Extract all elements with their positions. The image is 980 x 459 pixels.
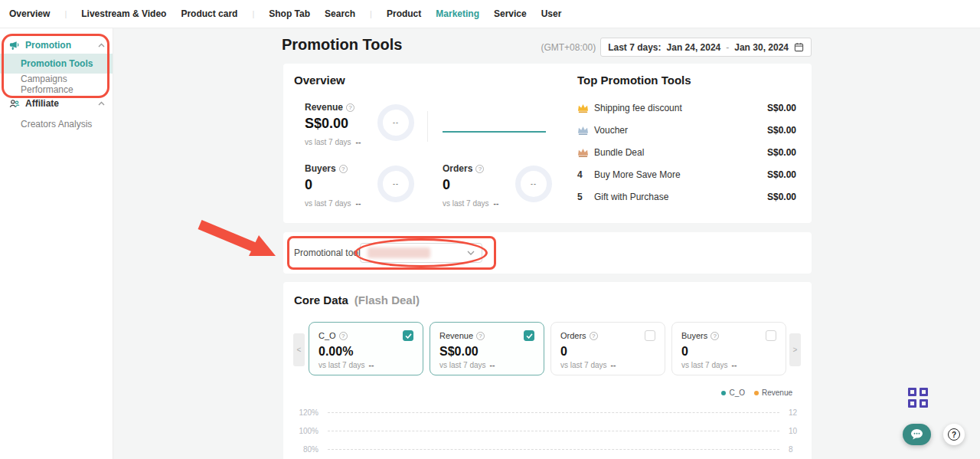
question-circle-icon[interactable]: ?: [710, 332, 719, 340]
sidebar-group-promotion[interactable]: Promotion: [9, 38, 105, 53]
question-circle-icon[interactable]: ?: [476, 332, 485, 340]
legend-dot-teal: [721, 391, 726, 395]
people-icon: [9, 99, 20, 109]
gridline-120pct: 120% 12: [294, 408, 801, 417]
scroll-right-button[interactable]: >: [789, 333, 801, 366]
question-circle-icon[interactable]: ?: [339, 332, 348, 340]
tool-rank-number: 4: [577, 169, 594, 180]
main-content: Promotion Tools (GMT+08:00) Last 7 days:…: [113, 28, 980, 459]
grid-apps-icon[interactable]: [908, 388, 928, 408]
nav-product[interactable]: Product: [387, 8, 421, 19]
nav-user[interactable]: User: [541, 8, 562, 19]
calendar-icon: [794, 42, 804, 52]
legend-label: Revenue: [762, 389, 792, 397]
top-navigation: Overview | Livestream & Video Product ca…: [0, 0, 980, 28]
chat-button[interactable]: [903, 424, 931, 445]
question-mark-icon: ?: [948, 428, 960, 441]
compare-label: vs last 7 days: [681, 361, 728, 369]
tool-row-3[interactable]: Bundle Deal S$0.00: [577, 145, 796, 160]
stat-value: 0.00%: [318, 345, 413, 359]
filter-label: Promotional tools: [294, 248, 365, 258]
stat-label: Revenue: [439, 331, 473, 340]
stat-checkbox-unchecked[interactable]: [645, 330, 655, 341]
stat-label: Buyers: [681, 331, 707, 340]
stat-label: Orders: [560, 331, 586, 340]
date-range-picker[interactable]: Last 7 days: Jan 24, 2024 - Jan 30, 2024: [600, 38, 812, 57]
date-range-separator: -: [726, 42, 729, 53]
nav-shop-tab[interactable]: Shop Tab: [269, 8, 310, 19]
compare-label: vs last 7 days: [439, 361, 486, 369]
donut-value: --: [393, 119, 399, 126]
sidebar-item-label: Creators Analysis: [21, 119, 92, 130]
chevron-down-icon: [467, 251, 475, 255]
stat-label: C_O: [318, 331, 336, 340]
tool-row-4[interactable]: 4 Buy More Save More S$0.00: [577, 167, 796, 182]
tool-name: Shipping fee discount: [594, 103, 767, 113]
stat-card-revenue[interactable]: Revenue ? S$0.00 vs last 7 days--: [430, 322, 544, 375]
stat-checkbox-unchecked[interactable]: [766, 330, 776, 341]
question-circle-icon[interactable]: ?: [590, 332, 598, 340]
question-circle-icon[interactable]: ?: [346, 103, 354, 112]
tool-row-5[interactable]: 5 Gift with Purchase S$0.00: [577, 189, 796, 205]
sidebar-group-label: Promotion: [25, 40, 71, 51]
sidebar: Promotion Promotion Tools Campaigns Perf…: [0, 28, 113, 459]
dashed-gridline: [328, 412, 779, 413]
top-promotion-tools-title: Top Promotion Tools: [577, 74, 691, 87]
nav-marketing[interactable]: Marketing: [436, 8, 479, 19]
dashed-gridline: [328, 431, 779, 431]
nav-separator: |: [370, 9, 372, 18]
stat-checkbox-checked[interactable]: [403, 330, 413, 341]
help-button[interactable]: ?: [943, 424, 965, 445]
chevron-up-icon: [98, 43, 105, 48]
start-date: Jan 24, 2024: [667, 42, 721, 53]
stat-value: 0: [681, 345, 776, 359]
sidebar-group-affiliate[interactable]: Affiliate: [9, 96, 105, 111]
promotional-tools-filter-card: Promotional tools: [283, 232, 812, 274]
tool-name: Buy More Save More: [594, 169, 767, 180]
donut-value: --: [531, 180, 537, 188]
stat-card-orders[interactable]: Orders ? 0 vs last 7 days--: [550, 322, 665, 375]
overview-card: Overview Revenue? S$0.00 vs last 7 days-…: [283, 64, 812, 223]
question-circle-icon[interactable]: ?: [339, 165, 348, 173]
gridline-80pct: 80% 8: [294, 444, 801, 454]
compare-label: vs last 7 days: [318, 361, 365, 369]
metric-label: Revenue: [305, 102, 343, 113]
nav-product-card[interactable]: Product card: [181, 8, 237, 19]
scroll-left-button[interactable]: <: [293, 333, 305, 366]
legend-revenue[interactable]: Revenue: [754, 389, 792, 397]
stat-card-buyers[interactable]: Buyers ? 0 vs last 7 days--: [671, 322, 786, 375]
end-date: Jan 30, 2024: [734, 42, 789, 53]
date-preset-label: Last 7 days:: [608, 42, 661, 53]
chart-axis-divider: [427, 111, 428, 142]
revenue-trend-line: [443, 131, 546, 133]
nav-livestream-video[interactable]: Livestream & Video: [81, 8, 166, 19]
tool-rank-number: 5: [577, 192, 594, 202]
compare-label: vs last 7 days: [560, 361, 607, 369]
nav-overview[interactable]: Overview: [9, 8, 50, 19]
sidebar-item-campaigns-performance[interactable]: Campaigns Performance: [0, 77, 113, 92]
sidebar-item-creators-analysis[interactable]: Creators Analysis: [0, 116, 113, 132]
donut-value: --: [393, 180, 399, 188]
promotional-tools-select[interactable]: [360, 243, 482, 263]
tool-name: Voucher: [594, 125, 767, 136]
legend-co[interactable]: C_O: [721, 389, 745, 397]
tool-row-1[interactable]: Shipping fee discount S$0.00: [577, 100, 796, 116]
tool-row-2[interactable]: Voucher S$0.00: [577, 123, 796, 138]
overview-title: Overview: [294, 74, 345, 87]
sidebar-item-promotion-tools[interactable]: Promotion Tools: [0, 54, 113, 74]
stat-checkbox-checked[interactable]: [524, 330, 534, 341]
nav-separator: |: [252, 9, 254, 18]
y-axis-left-tick: 100%: [294, 427, 318, 435]
nav-search[interactable]: Search: [325, 8, 355, 19]
nav-separator: |: [64, 9, 67, 18]
tool-value: S$0.00: [767, 147, 796, 158]
chat-bubble-icon: [910, 428, 924, 441]
question-circle-icon[interactable]: ?: [475, 165, 484, 173]
core-data-card: Core Data (Flash Deal) < C_O ? 0.00% vs …: [283, 282, 812, 459]
nav-service[interactable]: Service: [494, 8, 527, 19]
red-annotation-arrow: [194, 218, 286, 264]
stat-value: 0: [560, 345, 655, 359]
core-data-subtitle: (Flash Deal): [354, 293, 420, 307]
tool-name: Bundle Deal: [594, 147, 767, 158]
stat-card-co[interactable]: C_O ? 0.00% vs last 7 days--: [309, 322, 423, 375]
